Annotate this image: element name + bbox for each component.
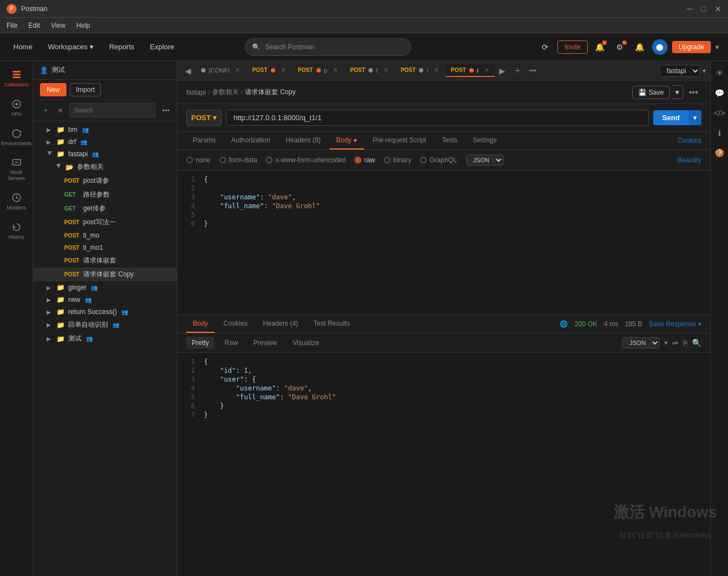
- resp-subtab-pretty[interactable]: Pretty: [186, 337, 214, 349]
- save-response-button[interactable]: Save Response ▾: [649, 320, 701, 328]
- settings-icon[interactable]: ⚙: [612, 39, 628, 55]
- tab-close-button[interactable]: ✕: [383, 66, 388, 74]
- resp-search-button[interactable]: 🔍: [692, 338, 701, 347]
- tab-forward-button[interactable]: ▶: [496, 65, 509, 76]
- menu-edit[interactable]: Edit: [28, 22, 40, 29]
- tab-close-button[interactable]: ✕: [235, 66, 240, 74]
- tab-settings[interactable]: Settings: [466, 132, 503, 150]
- tab-close-button[interactable]: ✕: [484, 66, 489, 74]
- send-button[interactable]: Send: [653, 110, 689, 125]
- nav-explore[interactable]: Explore: [146, 40, 179, 53]
- menu-view[interactable]: View: [51, 22, 65, 29]
- request-ti-mo1[interactable]: POST ti_mo1: [33, 241, 177, 254]
- tab-more-button[interactable]: •••: [526, 66, 540, 76]
- option-urlencoded[interactable]: x-www-form-urlencoded: [266, 156, 346, 164]
- body-format-select[interactable]: JSON: [466, 155, 504, 166]
- tab-close-button[interactable]: ✕: [333, 66, 338, 74]
- collection-ginger[interactable]: ▶ 📁 ginger 👥: [33, 281, 177, 294]
- more-nav-icon[interactable]: ▾: [715, 43, 719, 52]
- request-nested-body[interactable]: POST 请求体嵌套: [33, 254, 177, 268]
- sidebar-item-history[interactable]: History: [3, 218, 30, 245]
- maximize-button[interactable]: □: [701, 4, 706, 13]
- right-icon-docs[interactable]: 👁: [712, 65, 727, 81]
- cookies-link[interactable]: Cookies: [678, 137, 701, 145]
- collection-new[interactable]: ▶ 📁 new 👥: [33, 294, 177, 306]
- tab-close-button[interactable]: ✕: [434, 66, 439, 74]
- minimize-button[interactable]: ─: [687, 4, 693, 13]
- resp-copy-button[interactable]: ⎘: [683, 338, 688, 347]
- tab-back-button[interactable]: ◀: [182, 65, 194, 76]
- sync-icon[interactable]: ⟳: [537, 39, 553, 55]
- request-body-editor[interactable]: 1 { 2 3 "username": "dave", 4 "full_name…: [177, 171, 710, 315]
- tab-close-button[interactable]: ✕: [281, 66, 286, 74]
- nav-home[interactable]: Home: [9, 40, 37, 53]
- sidebar-item-mock-servers[interactable]: Mock Servers: [3, 153, 30, 186]
- tab-authorization[interactable]: Authorization: [224, 132, 276, 150]
- method-select[interactable]: POST ▾: [186, 110, 222, 126]
- menu-file[interactable]: File: [7, 22, 17, 29]
- request-nested-body-copy[interactable]: POST 请求体嵌套 Copy: [33, 268, 177, 281]
- resp-tab-cookies[interactable]: Cookies: [217, 315, 254, 333]
- invite-button[interactable]: Invite: [557, 40, 588, 54]
- save-dropdown-button[interactable]: ▾: [672, 85, 683, 99]
- tab-body[interactable]: Body ●: [330, 132, 364, 150]
- import-button[interactable]: Import: [70, 83, 101, 96]
- request-ti-mo[interactable]: POST ti_mo: [33, 229, 177, 241]
- request-get-path[interactable]: GET 路径参数: [33, 188, 177, 202]
- search-collections-input[interactable]: [69, 103, 156, 117]
- add-collection-button[interactable]: ＋: [40, 104, 52, 116]
- option-raw[interactable]: raw: [355, 156, 375, 164]
- request-post-method1[interactable]: POST post写法一: [33, 215, 177, 229]
- resp-tab-headers[interactable]: Headers (4): [257, 315, 305, 333]
- resp-tab-body[interactable]: Body: [186, 315, 214, 333]
- right-icon-comments[interactable]: 💬: [712, 85, 727, 101]
- tab-pre-request[interactable]: Pre-request Script: [366, 132, 433, 150]
- right-icon-cookies[interactable]: 🍪: [712, 145, 727, 161]
- collection-more-button[interactable]: •••: [160, 105, 172, 116]
- new-button[interactable]: New: [40, 83, 66, 96]
- nav-reports[interactable]: Reports: [105, 40, 139, 53]
- avatar-icon[interactable]: ⬤: [652, 39, 668, 55]
- resp-filter-button[interactable]: ⇌: [672, 338, 679, 347]
- bell-icon[interactable]: 🔔: [632, 39, 648, 55]
- collection-auto-recognize[interactable]: ▶ 📁 回单自动识别 👥: [33, 318, 177, 332]
- request-get-params[interactable]: GET get传参: [33, 202, 177, 215]
- collection-fastapi[interactable]: ▶ 📁 fastapi 👥: [33, 148, 177, 160]
- tab-tests[interactable]: Tests: [435, 132, 464, 150]
- tab-params[interactable]: Params: [186, 132, 222, 150]
- option-form-data[interactable]: form-data: [219, 156, 257, 164]
- sidebar-item-collections[interactable]: Collections: [3, 65, 30, 92]
- resp-subtab-raw[interactable]: Raw: [219, 337, 243, 349]
- filter-button[interactable]: ≡: [56, 105, 65, 116]
- folder-params[interactable]: ▶ 📂 参数相关: [33, 160, 177, 174]
- tab-headers[interactable]: Headers (8): [279, 132, 327, 150]
- sidebar-item-monitors[interactable]: Monitors: [3, 188, 30, 215]
- tab-5-active[interactable]: POST i ✕: [445, 64, 495, 77]
- option-none[interactable]: none: [186, 156, 211, 164]
- tab-2[interactable]: POST p ✕: [293, 64, 344, 77]
- option-graphql[interactable]: GraphQL: [420, 156, 457, 164]
- resp-tab-test-results[interactable]: Test Results: [307, 315, 356, 333]
- collection-return-success[interactable]: ▶ 📁 return Success() 👥: [33, 306, 177, 318]
- beautify-button[interactable]: Beautify: [678, 156, 701, 164]
- menu-help[interactable]: Help: [76, 22, 90, 29]
- env-dropdown-icon[interactable]: ▾: [703, 67, 706, 75]
- sidebar-item-apis[interactable]: APIs: [3, 95, 30, 122]
- resp-format-select[interactable]: JSON: [622, 337, 660, 348]
- search-bar[interactable]: 🔍 Search Postman: [245, 38, 411, 56]
- collection-test[interactable]: ▶ 📁 测试 👥: [33, 332, 177, 346]
- collection-drf[interactable]: ▶ 📁 drf 👥: [33, 136, 177, 148]
- close-button[interactable]: ✕: [715, 4, 721, 13]
- tab-add-button[interactable]: ＋: [510, 64, 525, 78]
- save-button[interactable]: 💾 Save: [632, 86, 670, 99]
- url-input[interactable]: [226, 110, 649, 126]
- request-more-button[interactable]: •••: [685, 86, 701, 99]
- option-binary[interactable]: binary: [384, 156, 412, 164]
- environment-select[interactable]: fastapi: [659, 65, 700, 77]
- notification-icon[interactable]: 🔔: [592, 39, 608, 55]
- collection-bm[interactable]: ▶ 📁 bm 👥: [33, 124, 177, 136]
- right-icon-info[interactable]: ℹ: [712, 125, 727, 141]
- tab-3[interactable]: POST t ✕: [345, 64, 394, 77]
- resp-subtab-preview[interactable]: Preview: [248, 337, 283, 349]
- nav-workspaces[interactable]: Workspaces ▾: [44, 40, 98, 53]
